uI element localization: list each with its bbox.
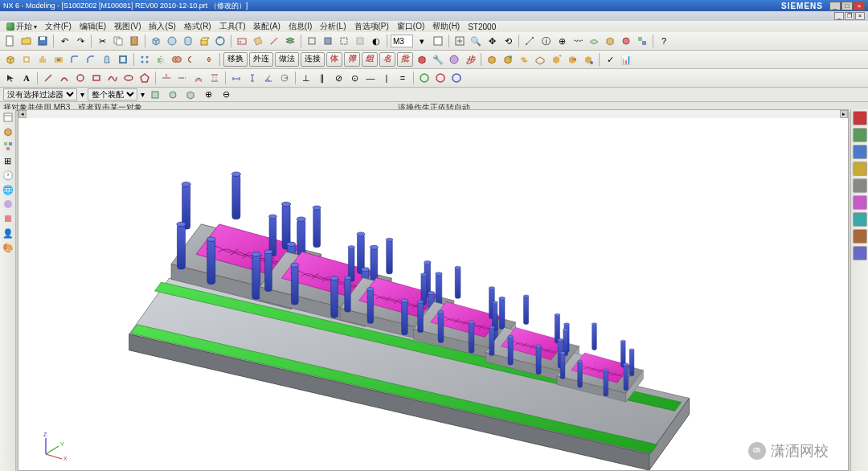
- curve-icon[interactable]: 〰: [571, 34, 585, 48]
- cube-icon[interactable]: [149, 34, 163, 48]
- analysis-icon[interactable]: 📊: [619, 52, 633, 67]
- text-btn-3[interactable]: 做法: [275, 52, 299, 67]
- text-btn-8[interactable]: 名: [379, 52, 395, 67]
- line-icon[interactable]: [41, 71, 55, 85]
- filter-btn-1[interactable]: [148, 88, 162, 102]
- layer-input[interactable]: [391, 35, 413, 47]
- dim-radius-icon[interactable]: [277, 71, 292, 85]
- maximize-button[interactable]: □: [841, 2, 853, 10]
- copy-icon[interactable]: [111, 34, 125, 48]
- history-icon[interactable]: 🕐: [2, 169, 14, 182]
- blue-circle-icon[interactable]: [449, 71, 464, 85]
- check-icon[interactable]: ✓: [603, 52, 617, 67]
- save-icon[interactable]: [35, 34, 50, 48]
- text-btn-6[interactable]: 弹: [344, 52, 360, 67]
- chamfer-icon[interactable]: [84, 52, 98, 67]
- new-icon[interactable]: [3, 34, 18, 48]
- roles-icon[interactable]: 👤: [2, 227, 14, 240]
- undo-icon[interactable]: ↶: [57, 34, 72, 48]
- arc-icon[interactable]: [57, 71, 72, 85]
- redo-icon[interactable]: ↷: [73, 34, 88, 48]
- gold-open-icon[interactable]: [533, 52, 547, 67]
- constraint-icon[interactable]: ⊥: [299, 71, 313, 85]
- text-btn-9[interactable]: 批: [397, 52, 413, 67]
- red-cube-icon[interactable]: [415, 52, 429, 67]
- circle-tool-icon[interactable]: [73, 71, 88, 85]
- rect-icon[interactable]: [89, 71, 104, 85]
- assembly-nav-icon[interactable]: [2, 140, 14, 153]
- menu-file[interactable]: 文件(F): [42, 21, 75, 32]
- wireframe-icon[interactable]: [305, 34, 319, 48]
- revolve-icon[interactable]: [213, 34, 227, 48]
- info-icon[interactable]: ⓘ: [538, 34, 553, 48]
- menu-st2000[interactable]: ST2000: [465, 23, 499, 31]
- palette-item[interactable]: [853, 145, 867, 159]
- menu-prefs[interactable]: 首选项(P): [351, 21, 392, 32]
- menu-tools[interactable]: 工具(T): [216, 21, 249, 32]
- mdi-close-button[interactable]: ×: [855, 12, 865, 20]
- gold-export-icon[interactable]: [565, 52, 579, 67]
- shaded-icon[interactable]: [321, 34, 335, 48]
- step-icon[interactable]: 步: [463, 52, 477, 67]
- part-nav-icon[interactable]: [2, 125, 14, 138]
- mdi-restore-button[interactable]: ❐: [845, 12, 854, 20]
- view-triad[interactable]: X Z Y: [38, 430, 70, 462]
- dropdown-icon[interactable]: ▾: [415, 34, 429, 48]
- hidden-icon[interactable]: [337, 34, 351, 48]
- menu-help[interactable]: 帮助(H): [429, 21, 463, 32]
- paste-icon[interactable]: [127, 34, 141, 48]
- zoom-icon[interactable]: 🔍: [469, 34, 483, 48]
- unite-icon[interactable]: [170, 52, 184, 67]
- gold-box-icon[interactable]: [485, 52, 499, 67]
- assembly-icon[interactable]: [635, 34, 649, 48]
- render-style-icon[interactable]: ◐: [369, 34, 383, 48]
- hole-icon[interactable]: [19, 52, 34, 67]
- spline-icon[interactable]: [105, 71, 120, 85]
- pattern-icon[interactable]: [137, 52, 152, 67]
- text-btn-5[interactable]: 体: [326, 52, 342, 67]
- menu-format[interactable]: 格式(R): [181, 21, 215, 32]
- text-tool-icon[interactable]: A: [19, 71, 34, 85]
- tangent-icon[interactable]: ⊘: [331, 71, 346, 85]
- dim-vert-icon[interactable]: [245, 71, 260, 85]
- boss-icon[interactable]: [35, 52, 50, 67]
- menu-info[interactable]: 信息(I): [285, 21, 315, 32]
- parallel-icon[interactable]: ∥: [315, 71, 330, 85]
- minimize-button[interactable]: _: [829, 2, 841, 10]
- vertical-icon[interactable]: |: [379, 71, 394, 85]
- intersect-icon[interactable]: [202, 52, 216, 67]
- dim-horiz-icon[interactable]: [229, 71, 244, 85]
- select-icon[interactable]: [3, 71, 18, 85]
- menu-edit[interactable]: 编辑(E): [76, 21, 109, 32]
- rotate-icon[interactable]: ⟲: [501, 34, 515, 48]
- cylinder-icon[interactable]: [181, 34, 195, 48]
- menu-analysis[interactable]: 分析(L): [317, 21, 349, 32]
- filter-btn-3[interactable]: [183, 88, 198, 102]
- start-menu-button[interactable]: 开始 ▾: [3, 21, 40, 32]
- polygon-icon[interactable]: [137, 71, 152, 85]
- gold-stack-icon[interactable]: [517, 52, 531, 67]
- sketch-icon[interactable]: [235, 34, 249, 48]
- gold-add-icon[interactable]: +: [549, 52, 563, 67]
- menu-window[interactable]: 窗口(O): [394, 21, 428, 32]
- palette-item[interactable]: [853, 111, 867, 125]
- equal-icon[interactable]: =: [395, 71, 410, 85]
- shell-icon[interactable]: [116, 52, 130, 67]
- red-circle-icon[interactable]: [433, 71, 448, 85]
- palette-item[interactable]: [853, 195, 867, 210]
- open-icon[interactable]: [19, 34, 34, 48]
- pan-icon[interactable]: ✥: [485, 34, 499, 48]
- datum-plane-icon[interactable]: [251, 34, 265, 48]
- hd3d-icon[interactable]: [2, 212, 14, 225]
- palette-item[interactable]: [853, 178, 867, 193]
- help-icon[interactable]: ?: [657, 34, 671, 48]
- dim-angle-icon[interactable]: [261, 71, 276, 85]
- navigator-icon[interactable]: [2, 111, 14, 124]
- surface-icon[interactable]: [587, 34, 601, 48]
- tool-icon[interactable]: 🔧: [431, 52, 445, 67]
- mirror-icon[interactable]: [154, 52, 168, 67]
- scroll-right-button[interactable]: ▸: [840, 110, 848, 118]
- palette-item[interactable]: [853, 229, 867, 244]
- extend-icon[interactable]: [175, 71, 190, 85]
- subtract-icon[interactable]: [186, 52, 200, 67]
